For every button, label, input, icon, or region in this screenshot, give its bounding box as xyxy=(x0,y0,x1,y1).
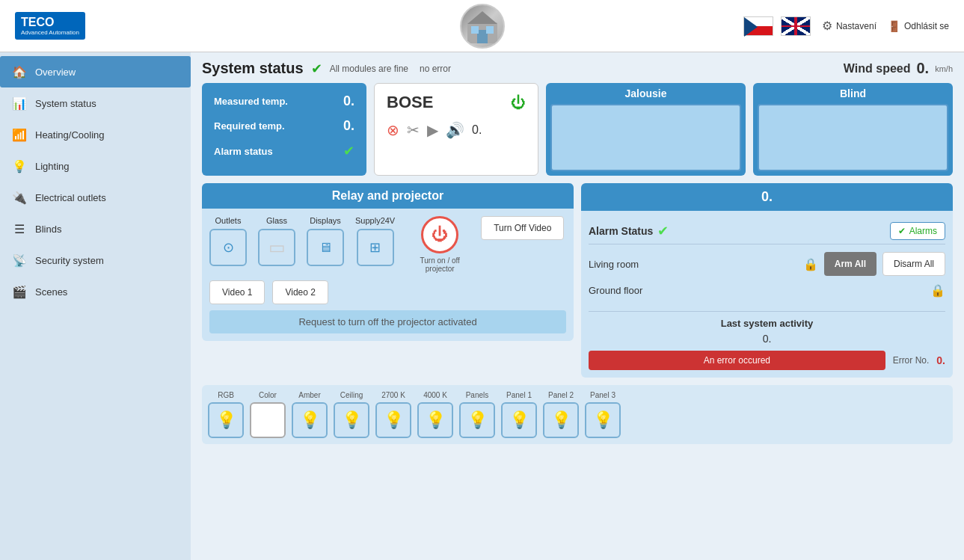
gear-icon xyxy=(822,19,832,33)
light-group-panel-1: Panel 1💡 xyxy=(501,391,537,438)
jalousie-row: Jalousie Blind xyxy=(546,83,953,176)
supply-button[interactable]: ⊞ xyxy=(357,229,394,266)
ground-floor-lock-icon: 🔒 xyxy=(930,283,945,298)
status-sub2: no error xyxy=(420,64,451,74)
bose-volume-icon[interactable]: 🔊 xyxy=(446,121,464,139)
bose-cut-icon[interactable]: ✂ xyxy=(407,121,420,139)
video2-button[interactable]: Video 2 xyxy=(272,280,328,304)
flag-uk[interactable] xyxy=(781,16,811,36)
light-group-panel-2: Panel 2💡 xyxy=(543,391,579,438)
displays-group: Displays 🖥 xyxy=(307,216,344,266)
bose-power-button[interactable]: ⏻ xyxy=(511,94,526,111)
main-content: 🏠 Overview 📊 System status 📶 Heating/Coo… xyxy=(0,52,964,560)
relay-header: Relay and projector xyxy=(202,183,574,209)
bottom-panels: Relay and projector Outlets ⊙ Glass ▭ xyxy=(202,183,953,378)
arm-all-button[interactable]: Arm All xyxy=(824,252,876,276)
header: TECO Advanced Automation Nasta xyxy=(0,0,964,52)
settings-button[interactable]: Nastavení xyxy=(822,19,876,33)
page-title-row: System status ✔ All modules are fine no … xyxy=(202,60,953,77)
status-sub: All modules are fine no error xyxy=(330,64,451,74)
light-label-2: Amber xyxy=(298,391,320,399)
glass-group: Glass ▭ xyxy=(258,216,295,266)
sidebar-item-electrical[interactable]: 🔌 Electrical outlets xyxy=(0,182,191,213)
light-bulb-button-7[interactable]: 💡 xyxy=(501,402,537,438)
sidebar-label-heating: Heating/Cooling xyxy=(35,129,105,141)
relay-footer: Request to turn off the projector activa… xyxy=(209,310,566,333)
light-bulb-button-3[interactable]: 💡 xyxy=(334,402,369,438)
relay-body: Outlets ⊙ Glass ▭ Displays 🖥 xyxy=(202,209,574,341)
light-bulb-button-9[interactable]: 💡 xyxy=(585,402,621,438)
last-activity-title: Last system activity xyxy=(589,318,945,329)
header-flags xyxy=(743,16,811,36)
jalousie-card: Jalousie xyxy=(546,83,746,176)
sidebar-item-system-status[interactable]: 📊 System status xyxy=(0,87,191,119)
supply-label: Supply24V xyxy=(355,216,395,225)
glass-button[interactable]: ▭ xyxy=(258,229,295,266)
sidebar-item-scenes[interactable]: 🎬 Scenes xyxy=(0,276,191,307)
light-label-9: Panel 3 xyxy=(590,391,615,399)
light-bulb-button-2[interactable]: 💡 xyxy=(292,402,328,438)
disarm-all-button[interactable]: Disarm All xyxy=(882,252,945,276)
projector-power-button[interactable]: ⏻ xyxy=(421,216,458,253)
lighting-icon: 💡 xyxy=(11,158,28,174)
security-panel: 0. Alarm Status ✔ ✔ Alarms xyxy=(581,183,953,378)
light-color-button-1[interactable] xyxy=(250,402,286,438)
logout-label: Odhlásit se xyxy=(904,21,949,31)
sec-header-value: 0. xyxy=(761,189,773,204)
light-bulb-button-4[interactable]: 💡 xyxy=(375,402,411,438)
alarm-status-label: Alarm Status xyxy=(589,225,653,237)
light-bulb-button-5[interactable]: 💡 xyxy=(417,402,453,438)
blind-box[interactable] xyxy=(758,104,948,171)
ground-floor-label: Ground floor xyxy=(589,285,642,296)
wind-value: 0. xyxy=(916,60,929,77)
sidebar-label-security: Security system xyxy=(35,255,104,266)
measured-temp-value: 0. xyxy=(343,93,354,109)
light-label-6: Panels xyxy=(466,391,489,399)
light-bulb-button-0[interactable]: 💡 xyxy=(208,402,244,438)
measured-temp-label: Measured temp. xyxy=(214,96,288,107)
temp-panel: Measured temp. 0. Required temp. 0. Alar… xyxy=(202,83,366,176)
bose-cancel-icon[interactable]: ⊗ xyxy=(387,121,399,139)
required-temp-label: Required temp. xyxy=(214,120,285,132)
living-room-row: Living room 🔒 Arm All Disarm All xyxy=(589,248,945,280)
blind-card: Blind xyxy=(753,83,953,176)
flag-cz[interactable] xyxy=(743,16,773,36)
jalousie-box[interactable] xyxy=(550,104,741,171)
bose-play-icon[interactable]: ▶ xyxy=(427,121,438,139)
sidebar-item-heating[interactable]: 📶 Heating/Cooling xyxy=(0,119,191,150)
light-label-1: Color xyxy=(259,391,277,399)
status-check-icon: ✔ xyxy=(311,61,322,77)
turn-off-video-button[interactable]: Turn Off Video xyxy=(481,216,564,240)
bose-title: BOSE xyxy=(387,93,433,112)
alarm-status-icon: ✔ xyxy=(657,223,669,239)
error-no-label: Error No. xyxy=(893,355,930,366)
sidebar-label-blinds: Blinds xyxy=(35,224,61,235)
displays-button[interactable]: 🖥 xyxy=(307,229,344,266)
living-room-controls: 🔒 Arm All Disarm All xyxy=(803,252,945,276)
light-label-4: 2700 K xyxy=(381,391,405,399)
video1-button[interactable]: Video 1 xyxy=(209,280,265,304)
bose-controls: ⊗ ✂ ▶ 🔊 0. xyxy=(381,118,532,142)
sidebar-item-lighting[interactable]: 💡 Lighting xyxy=(0,150,191,182)
sidebar-item-overview[interactable]: 🏠 Overview xyxy=(0,56,191,87)
sidebar-label-overview: Overview xyxy=(35,67,76,78)
sidebar-item-security[interactable]: 📡 Security system xyxy=(0,244,191,276)
alarm-status-group: Alarm Status ✔ xyxy=(589,223,669,239)
system-icon: 📊 xyxy=(11,95,28,111)
logout-button[interactable]: Odhlásit se xyxy=(888,19,949,33)
bose-volume-value: 0. xyxy=(472,123,482,137)
sec-body: Alarm Status ✔ ✔ Alarms Living room xyxy=(581,211,953,378)
alarms-badge[interactable]: ✔ Alarms xyxy=(890,222,945,240)
displays-label: Displays xyxy=(310,216,341,225)
light-bulb-button-8[interactable]: 💡 xyxy=(543,402,579,438)
light-bulb-button-6[interactable]: 💡 xyxy=(459,402,495,438)
alarms-check-icon: ✔ xyxy=(898,226,906,236)
last-activity-value: 0. xyxy=(589,333,945,345)
living-room-label: Living room xyxy=(589,259,639,270)
outlets-button[interactable]: ⊙ xyxy=(209,229,247,266)
sidebar-item-blinds[interactable]: ☰ Blinds xyxy=(0,213,191,244)
page-title: System status xyxy=(202,60,304,77)
alarms-badge-label: Alarms xyxy=(909,226,937,236)
content-area: System status ✔ All modules are fine no … xyxy=(191,52,964,560)
relay-panel: Relay and projector Outlets ⊙ Glass ▭ xyxy=(202,183,574,378)
